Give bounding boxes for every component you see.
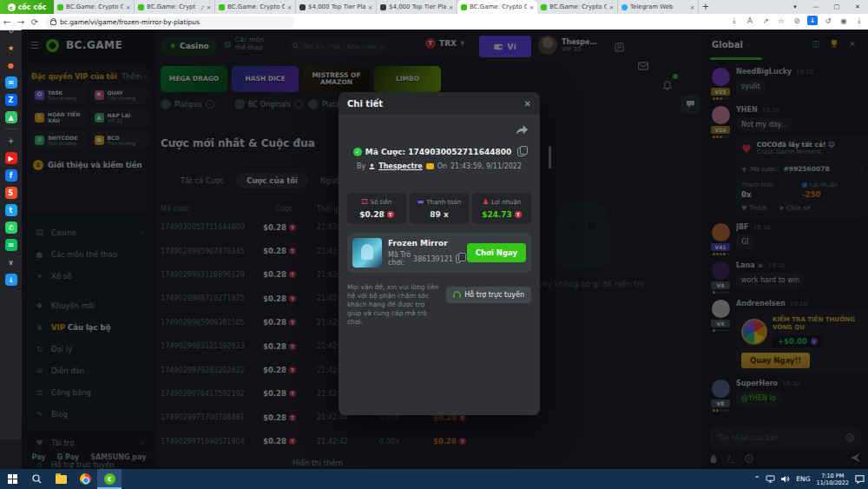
- message-username[interactable]: YHEN: [736, 106, 758, 114]
- start-button[interactable]: [0, 469, 24, 489]
- chat-trophy-icon[interactable]: [827, 39, 841, 50]
- sync-icon[interactable]: ↺: [823, 17, 833, 25]
- message-avatar[interactable]: [712, 223, 730, 241]
- banner-card[interactable]: MISTRESS OF AMAZON: [303, 66, 370, 92]
- twitter-icon[interactable]: t: [5, 204, 17, 216]
- sidebar-item-x-s-[interactable]: ✶Xổ số: [26, 265, 152, 287]
- tab-close-icon[interactable]: ✕: [287, 4, 292, 10]
- tab-audio-icon[interactable]: ♪: [201, 4, 204, 10]
- bet-author[interactable]: Thespectre: [378, 162, 422, 170]
- youtube-icon[interactable]: ▶: [5, 152, 17, 164]
- adblock-shield-icon[interactable]: ⊘: [792, 17, 802, 25]
- favorites-icon[interactable]: ★: [5, 42, 17, 54]
- info-icon[interactable]: i: [206, 100, 214, 109]
- browser-tab[interactable]: BC.Game: Crypto Ca✕: [215, 0, 296, 14]
- bookmark-star-icon[interactable]: ☆: [776, 17, 786, 25]
- downloader-icon[interactable]: ↓: [807, 16, 818, 25]
- minimize-button[interactable]: —: [806, 0, 826, 14]
- tab-close-icon[interactable]: ✕: [609, 4, 614, 10]
- messenger-icon[interactable]: ✉: [5, 76, 17, 89]
- tray-expand-icon[interactable]: ⌃: [754, 475, 760, 483]
- tab-close-icon[interactable]: ✕: [368, 4, 372, 10]
- vip-more-link[interactable]: Thêm ›: [122, 73, 147, 81]
- info-icon[interactable]: i: [294, 100, 303, 109]
- copy-icon[interactable]: [456, 254, 461, 263]
- games-icon[interactable]: ▲: [5, 111, 17, 123]
- sidebar-item-vip-c-u-l-c-b-[interactable]: ♛VIP Câu lạc bộ: [26, 316, 152, 338]
- save-page-icon[interactable]: ⤓: [729, 16, 740, 25]
- show-more-button[interactable]: Hiển thị thêm: [161, 459, 475, 467]
- message-username[interactable]: Lana ☠: [736, 261, 764, 269]
- sidebar-item-t-i-tr-[interactable]: ♥Tài trợ›: [26, 432, 152, 453]
- browser-tab[interactable]: $4,000 Top Tier Plati✕: [296, 0, 377, 14]
- chevron-down-icon[interactable]: ∨: [5, 256, 17, 268]
- profile-icon[interactable]: ◉: [838, 17, 849, 25]
- sidebar-item--i-l-[interactable]: ↻Đại lý: [26, 338, 152, 360]
- facebook-icon[interactable]: f: [5, 169, 17, 182]
- browser-tab[interactable]: BC.Game: Crypto Ca✕: [54, 0, 135, 14]
- chat-message-field[interactable]: [717, 433, 842, 443]
- modal-close-icon[interactable]: ✕: [524, 99, 531, 109]
- tab-close-icon[interactable]: ✕: [126, 4, 130, 10]
- message-username[interactable]: Andrenelsen: [736, 300, 786, 307]
- play-now-button[interactable]: Chơi Ngay: [467, 243, 526, 262]
- taskbar-search-icon[interactable]: [24, 469, 49, 489]
- browser-tab[interactable]: BC.Game: Crypto Ca✕: [537, 0, 618, 14]
- game-thumbnail[interactable]: [352, 238, 382, 268]
- chat-input[interactable]: [710, 427, 861, 448]
- vip-perk-card[interactable]: ●BCDTiền thưởng: [91, 130, 148, 149]
- sidebar-item-di-n-n[interactable]: ✉Diễn đàn: [26, 360, 152, 381]
- table-row[interactable]: 1749029971690571904$0.28T21:42:420.00×$0…: [161, 430, 475, 453]
- hot-icon[interactable]: ●: [5, 59, 17, 71]
- message-avatar[interactable]: [712, 380, 730, 398]
- sidebar-item-blog[interactable]: ✎Blog: [26, 403, 152, 425]
- hamburger-icon[interactable]: ☰: [30, 40, 39, 51]
- banner-card[interactable]: MEGA DRAGO: [161, 66, 227, 92]
- chat-rules-icon[interactable]: [745, 454, 753, 463]
- vip-perk-card[interactable]: ▲NẠP LẠIVIP 22: [91, 108, 148, 127]
- card-bet-id[interactable]: #992560078: [783, 165, 829, 173]
- rain-icon[interactable]: [710, 454, 717, 463]
- wechat-icon[interactable]: ✉: [5, 239, 17, 251]
- chat-info-icon[interactable]: ⓘ: [809, 39, 823, 50]
- chat-close-icon[interactable]: ✕: [845, 40, 859, 49]
- add-icon[interactable]: +: [5, 135, 17, 147]
- message-username[interactable]: SuperHero: [736, 380, 778, 387]
- whatsapp-icon[interactable]: ✆: [5, 221, 17, 234]
- tab-search-icon[interactable]: ▾: [785, 0, 806, 14]
- share-bet-icon[interactable]: [516, 125, 528, 135]
- vip-perk-card[interactable]: $HOÀN TIỀN XẤU: [31, 108, 88, 127]
- download-icon[interactable]: ↓: [5, 274, 17, 286]
- back-icon[interactable]: ←: [0, 17, 14, 27]
- banner-card[interactable]: LIMBO: [374, 66, 441, 92]
- lucky-wheel-card[interactable]: KIỂM TRA TIỀN THƯỞNG VÒNG QU+$0.00¢Quay …: [736, 311, 868, 373]
- browser-tab[interactable]: BC.Game: Crypt♪✕: [135, 0, 215, 14]
- new-tab-button[interactable]: +: [699, 0, 713, 14]
- message-avatar[interactable]: [712, 261, 730, 280]
- translate-icon[interactable]: A: [745, 17, 755, 25]
- message-username[interactable]: NeedBigLucky: [736, 68, 792, 76]
- tab-close-icon[interactable]: ✕: [449, 4, 453, 10]
- browser-tab[interactable]: $4,000 Top Tier Plat✕: [377, 0, 457, 14]
- network-icon[interactable]: [766, 475, 775, 483]
- provider-chip[interactable]: BC Originalsi: [234, 99, 303, 109]
- shopee-icon[interactable]: S: [5, 187, 17, 199]
- sidebar-item-c-ng-b-ng[interactable]: ⚖Công bằng: [26, 381, 152, 403]
- address-bar[interactable]: bc.game/vi/game/frozen-mirror-by-platipu…: [45, 17, 294, 28]
- message-avatar[interactable]: [712, 106, 730, 124]
- url-text[interactable]: bc.game/vi/game/frozen-mirror-by-platipu…: [60, 18, 200, 26]
- coccoc-brand-button[interactable]: c cốc cốc: [0, 0, 54, 14]
- bets-tab-0[interactable]: Tất cả Cược: [170, 173, 234, 188]
- banner-card[interactable]: HASH DICE: [232, 66, 299, 92]
- vip-perk-card[interactable]: #SHITCODETiền thưởng: [31, 130, 88, 149]
- crash-share-card[interactable]: ♥COCOđã lấy tất cả! ☺Crash Damn Moment➤M…: [736, 135, 868, 217]
- vip-perk-card[interactable]: ✪TASKTiền thưởng: [31, 85, 88, 104]
- forward-icon[interactable]: →: [14, 17, 28, 27]
- copy-icon[interactable]: [517, 148, 525, 156]
- tab-close-icon[interactable]: ✕: [529, 4, 534, 10]
- emoji-icon[interactable]: [845, 433, 854, 442]
- message-username[interactable]: JBF: [736, 223, 749, 231]
- taskbar-clock[interactable]: 7:10 PM11/10/2022: [817, 472, 849, 486]
- send-icon[interactable]: [851, 453, 861, 464]
- slash-command-icon[interactable]: /_: [727, 454, 734, 463]
